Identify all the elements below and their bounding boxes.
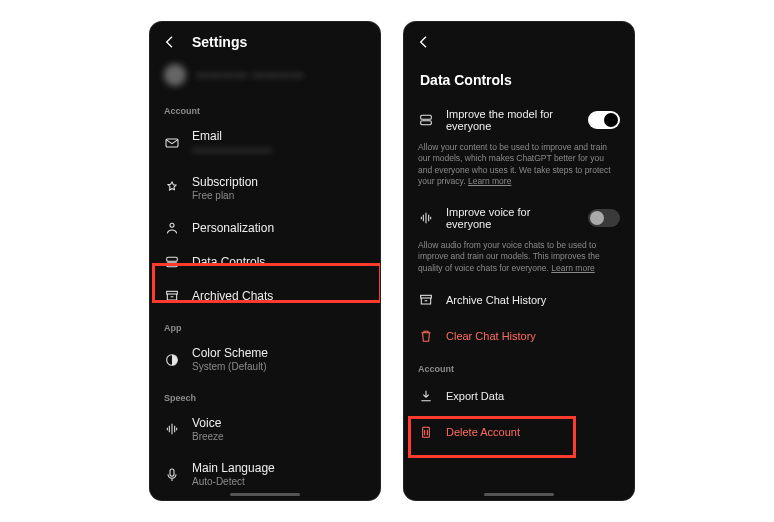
- home-indicator: [484, 493, 554, 496]
- main-language-value: Auto-Detect: [192, 476, 275, 489]
- export-data-row[interactable]: Export Data: [404, 378, 634, 414]
- user-profile-row[interactable]: ———— ————: [150, 58, 380, 96]
- settings-item-voice[interactable]: Voice Breeze: [150, 407, 380, 453]
- section-speech: Speech: [150, 383, 380, 407]
- improve-model-label: Improve the model for everyone: [446, 108, 576, 132]
- archive-icon: [418, 292, 434, 308]
- archive-icon: [164, 288, 180, 304]
- back-icon[interactable]: [162, 34, 178, 50]
- subscription-label: Subscription: [192, 175, 258, 190]
- archived-chats-label: Archived Chats: [192, 289, 273, 304]
- svg-rect-2: [167, 257, 178, 261]
- section-account: Account: [150, 96, 380, 120]
- data-controls-icon: [164, 254, 180, 270]
- home-indicator: [230, 493, 300, 496]
- header: Settings: [150, 22, 380, 58]
- microphone-icon: [164, 467, 180, 483]
- settings-item-subscription[interactable]: Subscription Free plan: [150, 166, 380, 212]
- delete-account-label: Delete Account: [446, 426, 520, 438]
- improve-model-help: Allow your content to be used to improve…: [404, 142, 634, 196]
- voice-value: Breeze: [192, 431, 224, 444]
- improve-voice-label: Improve voice for everyone: [446, 206, 576, 230]
- page-title: Data Controls: [404, 58, 634, 98]
- subscription-value: Free plan: [192, 190, 258, 203]
- trash-icon: [418, 328, 434, 344]
- header: [404, 22, 634, 58]
- email-label: Email: [192, 129, 272, 144]
- settings-item-personalization[interactable]: Personalization: [150, 211, 380, 245]
- settings-item-email[interactable]: Email ————————: [150, 120, 380, 166]
- svg-rect-3: [167, 263, 178, 267]
- archive-history-row[interactable]: Archive Chat History: [404, 282, 634, 318]
- svg-rect-10: [423, 428, 430, 438]
- personalization-icon: [164, 220, 180, 236]
- svg-rect-7: [421, 115, 432, 119]
- svg-point-1: [170, 223, 174, 227]
- voice-label: Voice: [192, 416, 224, 431]
- data-controls-label: Data Controls: [192, 255, 265, 270]
- main-language-label: Main Language: [192, 461, 275, 476]
- database-icon: [418, 112, 434, 128]
- section-account: Account: [404, 354, 634, 378]
- delete-account-row[interactable]: Delete Account: [404, 414, 634, 450]
- export-data-label: Export Data: [446, 390, 504, 402]
- voice-icon: [164, 421, 180, 437]
- personalization-label: Personalization: [192, 221, 274, 236]
- improve-voice-help: Allow audio from your voice chats to be …: [404, 240, 634, 282]
- learn-more-link[interactable]: Learn more: [468, 176, 511, 186]
- user-name: ———— ————: [196, 68, 304, 82]
- clear-history-label: Clear Chat History: [446, 330, 536, 342]
- voice-waves-icon: [418, 210, 434, 226]
- subscription-icon: [164, 180, 180, 196]
- svg-rect-8: [421, 121, 432, 125]
- settings-item-main-language[interactable]: Main Language Auto-Detect: [150, 452, 380, 498]
- improve-model-row[interactable]: Improve the model for everyone: [404, 98, 634, 142]
- section-app: App: [150, 313, 380, 337]
- archive-history-label: Archive Chat History: [446, 294, 546, 306]
- download-icon: [418, 388, 434, 404]
- settings-item-archived-chats[interactable]: Archived Chats: [150, 279, 380, 313]
- clear-history-row[interactable]: Clear Chat History: [404, 318, 634, 354]
- color-scheme-icon: [164, 352, 180, 368]
- improve-voice-toggle[interactable]: [588, 209, 620, 227]
- svg-rect-6: [170, 469, 174, 476]
- settings-item-color-scheme[interactable]: Color Scheme System (Default): [150, 337, 380, 383]
- data-controls-screen: Data Controls Improve the model for ever…: [404, 22, 634, 500]
- page-title: Settings: [192, 34, 247, 50]
- mail-icon: [164, 135, 180, 151]
- back-icon[interactable]: [416, 34, 432, 50]
- svg-rect-0: [166, 139, 178, 147]
- delete-icon: [418, 424, 434, 440]
- svg-rect-4: [167, 291, 178, 294]
- color-scheme-value: System (Default): [192, 361, 268, 374]
- learn-more-link[interactable]: Learn more: [551, 263, 594, 273]
- avatar: [164, 64, 186, 86]
- svg-rect-9: [421, 296, 432, 299]
- settings-screen: Settings ———— ———— Account Email ———————…: [150, 22, 380, 500]
- settings-item-data-controls[interactable]: Data Controls: [150, 245, 380, 279]
- color-scheme-label: Color Scheme: [192, 346, 268, 361]
- improve-voice-row[interactable]: Improve voice for everyone: [404, 196, 634, 240]
- email-value: ————————: [192, 144, 272, 157]
- improve-model-toggle[interactable]: [588, 111, 620, 129]
